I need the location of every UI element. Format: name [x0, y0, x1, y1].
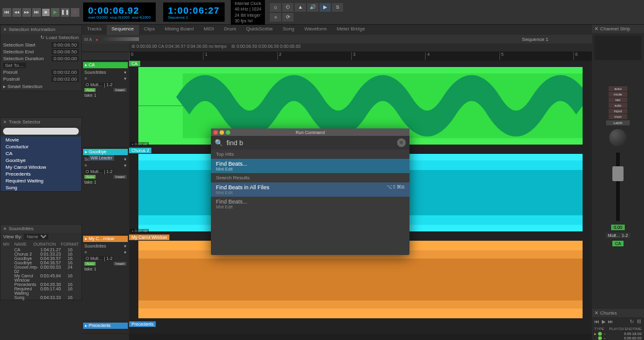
cmd-item-find-beats-top[interactable]: Find Beats... Mini Edit	[211, 159, 409, 173]
tab-midi[interactable]: MIDI	[199, 25, 219, 35]
set-to-dropdown[interactable]: Set To…	[3, 63, 26, 68]
soundbite-row[interactable]: Precedents0:04:20.3016	[1, 282, 81, 287]
next-chunk-icon[interactable]: ⏭	[608, 319, 613, 324]
close-icon[interactable]: ✕	[3, 27, 7, 32]
tab-drum[interactable]: Drum	[219, 25, 241, 35]
track-item-conductor[interactable]: Conductor	[1, 143, 81, 150]
track-goodbye-header[interactable]: ▸ Goodbye	[83, 149, 128, 155]
view-by-select[interactable]: Name	[24, 234, 48, 239]
window-max-icon[interactable]	[226, 130, 230, 135]
stop-button[interactable]: ■	[42, 9, 50, 16]
pause-button[interactable]: ❚❚	[61, 8, 69, 17]
prev-chunk-icon[interactable]: ⏮	[594, 319, 599, 324]
output-label[interactable]: Mult… 1-2	[606, 233, 630, 238]
time-ruler[interactable]: 0 1 2 3 4 5 6	[82, 52, 592, 61]
command-search-input[interactable]	[226, 139, 394, 146]
fwd-button[interactable]: ▸▸	[22, 8, 31, 17]
tool-pointer-icon[interactable]: ▶	[320, 3, 331, 12]
track-item-ca[interactable]: CA	[1, 150, 81, 157]
selection-dur-val[interactable]: 0:00:00.00	[51, 56, 79, 61]
cmd-item-find-beats[interactable]: Find Beats... Mini Edit	[211, 197, 409, 211]
cs-eq-slot[interactable]	[594, 35, 642, 60]
soundbite-row[interactable]: Groove.imp-020:00:00.0324	[1, 265, 81, 274]
tab-clips[interactable]: Clips	[139, 25, 160, 35]
track-item-movie[interactable]: Movie	[1, 136, 81, 143]
track-item-my-carrol-window[interactable]: My Carrol Window	[1, 164, 81, 171]
soundbite-row[interactable]: Goodbye0:04:36.5716	[1, 261, 81, 265]
tool-solo-icon[interactable]: S	[332, 3, 343, 12]
fader-value[interactable]: 0.00	[611, 225, 625, 230]
record-button[interactable]: ●	[71, 8, 79, 17]
cs-input[interactable]: input	[609, 109, 627, 114]
rewind-button[interactable]: ⏮	[2, 8, 11, 17]
track-ca-header[interactable]: ▸ CA	[83, 62, 128, 68]
tool-cycle-icon[interactable]: ⟳	[282, 13, 293, 22]
tab-tracks[interactable]: Tracks	[82, 25, 107, 35]
back-button[interactable]: ◂◂	[12, 8, 21, 17]
tool-tuner-icon[interactable]: ▲	[295, 3, 306, 12]
tool-1[interactable]: ☼	[270, 3, 281, 12]
cs-latch[interactable]: Latch	[606, 120, 630, 125]
track-item-precedents[interactable]: Precedents	[1, 171, 81, 177]
record-arm-icon[interactable]: ●	[96, 37, 98, 42]
tool-link-icon[interactable]: ⟐	[270, 13, 281, 22]
end-button[interactable]: ⏭	[32, 8, 41, 17]
track-item-song[interactable]: Song	[1, 184, 81, 191]
clear-search-icon[interactable]: ✕	[397, 138, 406, 147]
auto-btn[interactable]: Auto	[84, 262, 96, 266]
tab-mixing-board[interactable]: Mixing Board	[160, 25, 199, 35]
tab-quickscribe[interactable]: QuickScribe	[241, 25, 278, 35]
track-prec-header[interactable]: ▸ Precedents	[83, 323, 128, 329]
close-icon[interactable]: ✕	[3, 120, 7, 125]
pan-knob[interactable]	[609, 129, 627, 146]
fader-track[interactable]	[616, 153, 620, 221]
track-item-goodbye[interactable]: Goodbye	[1, 157, 81, 164]
insert-btn[interactable]: Insert	[114, 175, 127, 179]
smart-selection-toggle[interactable]: ▸ Smart Selection	[1, 83, 81, 91]
chain-chunk-icon[interactable]: ⛓	[637, 319, 642, 324]
tab-song[interactable]: Song	[278, 25, 300, 35]
clip-lane-precedents[interactable]: Precedents	[129, 321, 592, 334]
auto-btn[interactable]: Auto	[84, 88, 96, 92]
preroll-val[interactable]: 0:00:02.00	[51, 69, 79, 75]
cs-mon[interactable]: mon	[609, 114, 627, 119]
soundbite-row[interactable]: My Carrol Window0:03:45.8416	[1, 274, 81, 282]
insert-btn[interactable]: Insert	[114, 262, 127, 266]
soundbite-row[interactable]: Chorus 20:01:33.2316	[1, 252, 81, 256]
tab-waveform[interactable]: Waveform	[299, 25, 331, 35]
cmd-item-find-beats-all[interactable]: Find Beats in All Files Mini Edit ⌥⇧⌘B	[211, 182, 409, 197]
chunk-row-1[interactable]: ▸–0:05:18.00	[592, 331, 644, 336]
tab-meter-bridge[interactable]: Meter Bridge	[332, 25, 370, 35]
soundbite-row[interactable]: Goodbye0:04:36.5716	[1, 256, 81, 261]
postroll-val[interactable]: 0:00:02.00	[51, 76, 79, 82]
soundbite-row[interactable]: Required Waiting0:05:17.4016	[1, 287, 81, 295]
auto-btn[interactable]: Auto	[84, 175, 96, 179]
load-selection-btn[interactable]: ↻ Load Selection	[1, 34, 81, 42]
zoom-slider[interactable]	[102, 37, 139, 41]
track-item-required-waiting[interactable]: Required Waiting	[1, 177, 81, 184]
fader-thumb[interactable]	[612, 166, 624, 181]
cs-mute[interactable]: mute	[609, 92, 627, 97]
tool-speaker-icon[interactable]: 🔊	[307, 3, 318, 12]
soundbite-row[interactable]: Song0:04:33.3316	[1, 295, 81, 300]
sequence-title[interactable]: Sequence 1	[522, 37, 548, 42]
chunk-row-2[interactable]: ▸–0:00:00.00	[592, 336, 644, 340]
tab-sequence[interactable]: Sequence	[107, 25, 139, 35]
window-min-icon[interactable]	[220, 130, 224, 135]
dialog-title-bar[interactable]: Run Command	[211, 128, 409, 136]
cs-rec[interactable]: rec	[609, 97, 627, 102]
play-chunk-icon[interactable]: ▶	[602, 319, 606, 324]
soundbite-row[interactable]: CA1:04:21.2716	[1, 248, 81, 252]
cs-auto[interactable]: auto	[609, 86, 627, 91]
track-search-input[interactable]	[3, 128, 79, 135]
insert-btn[interactable]: Insert	[114, 88, 127, 92]
loop-chunk-icon[interactable]: ↻	[630, 319, 634, 324]
tool-metronome-icon[interactable]: ⏲	[282, 3, 293, 12]
window-close-icon[interactable]	[213, 130, 218, 135]
cs-solo[interactable]: solo	[609, 103, 627, 108]
play-button[interactable]: ▶	[51, 8, 60, 17]
selection-start-val[interactable]: 0:00:08.50	[51, 42, 79, 48]
close-icon[interactable]: ✕	[3, 226, 7, 231]
selection-end-val[interactable]: 0:00:08.50	[51, 49, 79, 55]
track-myc-header[interactable]: ▸ My C…rrdow	[83, 236, 128, 242]
